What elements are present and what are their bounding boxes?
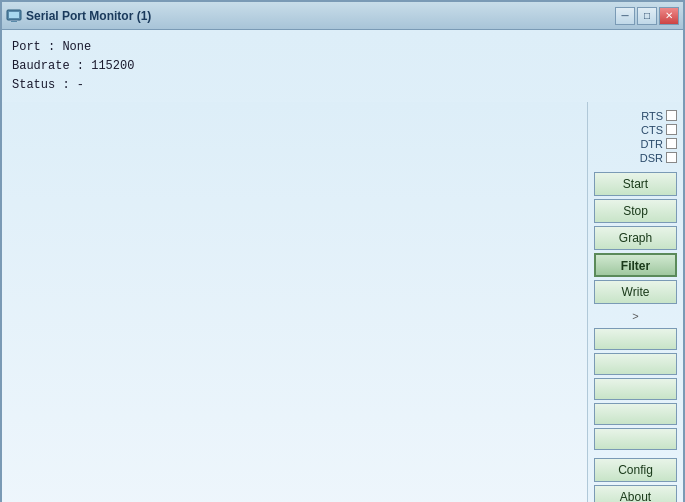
cts-row: CTS [594,124,677,136]
dtr-row: DTR [594,138,677,150]
config-button[interactable]: Config [594,458,677,482]
title-buttons: ─ □ ✕ [615,7,679,25]
title-bar-left: Serial Port Monitor (1) [6,8,151,24]
baudrate-label: Baudrate [12,59,70,73]
info-panel: Port : None Baudrate : 115200 Status : - [2,30,683,102]
minimize-button[interactable]: ─ [615,7,635,25]
extra-btn-4[interactable] [594,403,677,425]
extra-btn-1[interactable] [594,328,677,350]
filter-button[interactable]: Filter [594,253,677,277]
status-label: Status [12,78,55,92]
cts-label: CTS [641,124,663,136]
signal-section: RTS CTS DTR DSR [594,110,677,164]
baudrate-info: Baudrate : 115200 [12,57,673,76]
extra-btn-5[interactable] [594,428,677,450]
svg-rect-2 [11,21,17,22]
status-info: Status : - [12,76,673,95]
arrow-indicator: > [594,308,677,324]
graph-button[interactable]: Graph [594,226,677,250]
dsr-row: DSR [594,152,677,164]
extra-buttons [594,328,677,450]
baudrate-separator: : [77,59,91,73]
maximize-button[interactable]: □ [637,7,657,25]
port-info: Port : None [12,38,673,57]
bottom-buttons: Config About [594,458,677,502]
extra-btn-2[interactable] [594,353,677,375]
main-window: Serial Port Monitor (1) ─ □ ✕ Port : Non… [0,0,685,502]
port-label: Port [12,40,41,54]
status-value: - [77,78,84,92]
dsr-label: DSR [640,152,663,164]
about-button[interactable]: About [594,485,677,502]
app-icon [6,8,22,24]
dtr-label: DTR [640,138,663,150]
dsr-checkbox[interactable] [666,152,677,163]
extra-btn-3[interactable] [594,378,677,400]
right-panel: RTS CTS DTR DSR [588,102,683,502]
monitor-area: ....... [2,102,588,502]
arrow-icon: > [632,310,638,322]
port-separator: : [48,40,62,54]
rts-row: RTS [594,110,677,122]
rts-checkbox[interactable] [666,110,677,121]
status-separator: : [62,78,76,92]
write-button[interactable]: Write [594,280,677,304]
main-body: ....... RTS CTS [2,102,683,502]
content-area: Port : None Baudrate : 115200 Status : - [2,30,683,502]
rts-label: RTS [641,110,663,122]
baudrate-value: 115200 [91,59,134,73]
cts-checkbox[interactable] [666,124,677,135]
close-button[interactable]: ✕ [659,7,679,25]
dtr-checkbox[interactable] [666,138,677,149]
action-buttons: Start Stop Graph Filter Write [594,172,677,304]
title-bar: Serial Port Monitor (1) ─ □ ✕ [2,2,683,30]
port-value: None [62,40,91,54]
window-title: Serial Port Monitor (1) [26,9,151,23]
svg-rect-1 [9,12,19,18]
start-button[interactable]: Start [594,172,677,196]
stop-button[interactable]: Stop [594,199,677,223]
svg-rect-3 [10,20,18,21]
